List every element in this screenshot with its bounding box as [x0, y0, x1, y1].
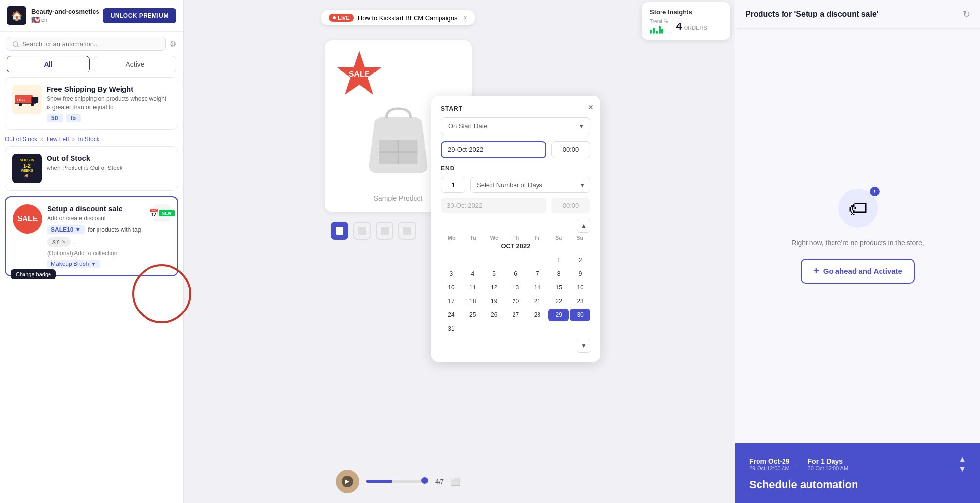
calendar-day[interactable]: 10 — [441, 281, 462, 294]
calendar-day[interactable]: 28 — [527, 309, 547, 321]
calendar-day[interactable] — [527, 322, 547, 335]
calendar-day[interactable]: 24 — [441, 309, 462, 321]
automation-card-discount-sale[interactable]: SALE Setup a discount sale Add or create… — [5, 196, 178, 277]
calendar-day[interactable] — [463, 322, 483, 335]
refresh-icon[interactable]: ↻ — [963, 9, 970, 20]
start-section-title: START — [441, 105, 590, 112]
calendar-day[interactable]: 26 — [484, 309, 505, 321]
calendar-day[interactable]: 18 — [463, 295, 483, 308]
calendar-day[interactable]: 11 — [463, 281, 483, 294]
start-time-input[interactable] — [551, 141, 590, 158]
card-text: Setup a discount sale Add or create disc… — [47, 204, 148, 269]
size-btn-3[interactable] — [376, 222, 393, 240]
calendar-day[interactable] — [527, 254, 547, 266]
calendar-day[interactable]: 20 — [506, 295, 526, 308]
calendar-day[interactable]: 4 — [463, 267, 483, 280]
size-btn-4[interactable] — [398, 222, 416, 240]
arrow-up-icon[interactable]: ▲ — [958, 455, 966, 464]
card-actions: 📅 NEW — [153, 204, 171, 222]
calendar-day[interactable]: 30 — [570, 309, 590, 321]
calendar-day[interactable]: 17 — [441, 295, 462, 308]
schedule-icon-button[interactable]: 📅 NEW — [153, 204, 171, 222]
calendar-day[interactable]: 27 — [506, 309, 526, 321]
automations-list: FREE SHIPPING Free Shipping By Weight Sh… — [0, 77, 183, 503]
calendar-day[interactable]: 29 — [548, 309, 569, 321]
end-days-input[interactable] — [441, 177, 466, 193]
calendar-day[interactable] — [506, 322, 526, 335]
calendar-up-button[interactable]: ▲ — [577, 219, 590, 233]
size-btn-2[interactable] — [353, 222, 371, 240]
tab-active[interactable]: Active — [94, 56, 176, 72]
calendar-body[interactable]: 1234567891011121314151617181920212223242… — [441, 254, 590, 335]
svg-rect-4 — [31, 97, 38, 103]
schedule-btn-label[interactable]: Schedule automation — [749, 479, 858, 491]
calendar-day[interactable]: 15 — [548, 281, 569, 294]
calendar-day[interactable]: 14 — [527, 281, 547, 294]
remove-xy-tag[interactable]: × — [62, 238, 66, 246]
live-text: How to Kickstart BFCM Campaigns — [358, 14, 458, 22]
start-date-dropdown[interactable]: On Start Date ▾ — [441, 117, 590, 135]
end-days-dropdown[interactable]: Select Number of Days ▾ — [470, 177, 590, 193]
calendar-day[interactable]: 23 — [570, 295, 590, 308]
collection-dropdown[interactable]: Makeup Brush ▼ — [47, 260, 100, 268]
calendar-day[interactable]: 1 — [548, 254, 569, 266]
calendar-day[interactable]: 7 — [527, 267, 547, 280]
calendar-day[interactable]: 5 — [484, 267, 505, 280]
weight-value: 50 — [47, 114, 63, 122]
app-locale: 🇺🇸 en — [31, 16, 99, 24]
calendar-day[interactable]: 6 — [506, 267, 526, 280]
calendar-day[interactable]: 31 — [441, 322, 462, 335]
calendar-day[interactable] — [570, 322, 590, 335]
calendar-day[interactable]: 16 — [570, 281, 590, 294]
product-name: Sample Product — [374, 194, 423, 202]
calendar-day[interactable] — [441, 254, 462, 266]
arrow-down-icon[interactable]: ▼ — [958, 465, 966, 474]
calendar-day[interactable]: 2 — [570, 254, 590, 266]
automation-card-out-of-stock[interactable]: SHIPS IN 1-2 WEEKS 🚚 Out of Stock when P… — [5, 146, 178, 191]
play-overlay[interactable]: ▶ — [342, 476, 353, 487]
avatar-play[interactable]: ▶ — [336, 470, 359, 493]
unlock-premium-button[interactable]: UNLOCK PREMIUM — [103, 8, 176, 23]
calendar-down-button[interactable]: ▼ — [577, 339, 590, 353]
trend-bar-3 — [656, 31, 658, 34]
activate-button[interactable]: + Go ahead and Activate — [801, 259, 915, 284]
calendar-day[interactable] — [484, 322, 505, 335]
expand-icon[interactable]: ⬜ — [451, 477, 461, 486]
calendar-day[interactable] — [484, 254, 505, 266]
close-live-banner[interactable]: × — [464, 14, 467, 22]
card-header: SALE Setup a discount sale Add or create… — [13, 204, 171, 269]
nav-few-left[interactable]: Few Left — [47, 136, 69, 143]
calendar-day[interactable] — [506, 254, 526, 266]
schedule-arrows[interactable]: ▲ ▼ — [958, 455, 966, 474]
calendar-day[interactable]: 19 — [484, 295, 505, 308]
filter-icon[interactable]: ⚙ — [170, 39, 176, 48]
schedule-footer[interactable]: From Oct-29 29-Oct 12:00 AM — For 1 Days… — [735, 443, 980, 503]
stock-nav: Out of Stock » Few Left » In Stock — [5, 136, 178, 143]
nav-in-stock[interactable]: In Stock — [78, 136, 99, 143]
search-input[interactable] — [22, 40, 160, 48]
live-pill: LIVE — [329, 14, 353, 22]
size-btn-1[interactable] — [331, 222, 348, 240]
calendar-day[interactable]: 9 — [570, 267, 590, 280]
automation-card-free-shipping[interactable]: FREE SHIPPING Free Shipping By Weight Sh… — [5, 77, 178, 130]
tab-all[interactable]: All — [7, 56, 90, 72]
out-of-stock-section: Out of Stock » Few Left » In Stock SHIPS… — [5, 136, 178, 191]
chevron-down-icon: ▾ — [581, 181, 584, 189]
calendar-day[interactable]: 8 — [548, 267, 569, 280]
calendar-day[interactable] — [463, 254, 483, 266]
calendar-day[interactable]: 22 — [548, 295, 569, 308]
calendar-day[interactable]: 12 — [484, 281, 505, 294]
search-input-wrap[interactable] — [7, 37, 166, 51]
tag-icon: 🏷 — [848, 197, 868, 219]
svg-text:FREE: FREE — [17, 98, 25, 101]
calendar-day[interactable]: 25 — [463, 309, 483, 321]
nav-out-of-stock[interactable]: Out of Stock — [5, 136, 37, 143]
modal-close-button[interactable]: × — [588, 102, 593, 113]
empty-state-text: Right now, there're no products in the s… — [791, 238, 924, 248]
trend-label: Trend % — [650, 19, 668, 24]
calendar-day[interactable]: 13 — [506, 281, 526, 294]
calendar-day[interactable]: 3 — [441, 267, 462, 280]
calendar-day[interactable] — [548, 322, 569, 335]
calendar-day[interactable]: 21 — [527, 295, 547, 308]
start-date-input[interactable] — [441, 141, 546, 158]
